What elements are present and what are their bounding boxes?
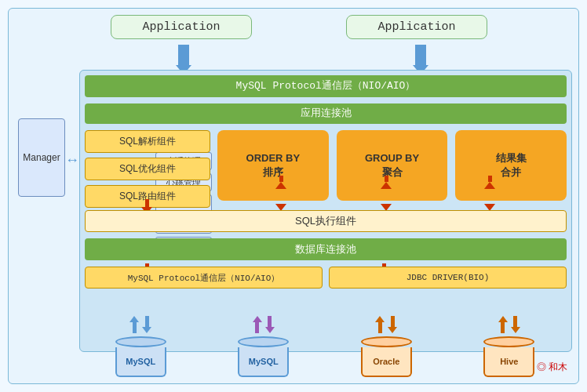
- db-pool-bar: 数据库连接池: [85, 238, 567, 260]
- bottom-proto-right: JDBC DRIVER(BIO): [329, 267, 567, 289]
- orange-boxes: ORDER BY 排序 GROUP BY 聚合 结果集 合并: [217, 130, 567, 201]
- oracle-cylinder: Oracle: [361, 336, 412, 377]
- mysql2-group: MySQL: [238, 316, 289, 377]
- sql-optimize: SQL优化组件: [85, 158, 210, 180]
- mysql1-group: MySQL: [115, 316, 166, 377]
- result-merge-box: 结果集 合并: [455, 130, 567, 201]
- sql-parse: SQL解析组件: [85, 130, 210, 153]
- bottom-protocols: MySQL Protocol通信层（NIO/AIO） JDBC DRIVER(B…: [85, 267, 567, 289]
- bottom-proto-left: MySQL Protocol通信层（NIO/AIO）: [85, 267, 323, 289]
- connection-pool-bar: 应用连接池: [85, 103, 567, 124]
- oracle-group: Oracle: [361, 316, 412, 377]
- watermark: ◎ 和木: [537, 361, 567, 374]
- manager-arrow: ↔: [65, 152, 79, 169]
- db-cylinders: MySQL MySQL: [79, 316, 571, 377]
- app-box-right: Application: [346, 15, 487, 39]
- hive-group: Hive: [483, 316, 534, 377]
- main-diagram: Application Application MySQL Protocol通信…: [8, 8, 579, 384]
- order-by-box: ORDER BY 排序: [217, 130, 329, 201]
- sql-execute-bar: SQL执行组件: [85, 210, 567, 232]
- mysql1-cylinder: MySQL: [115, 336, 166, 377]
- protocol-bar: MySQL Protocol通信层（NIO/AIO）: [85, 75, 567, 97]
- manager-box: Manager: [18, 118, 65, 197]
- app-box-left: Application: [111, 15, 252, 39]
- inner-container: MySQL Protocol通信层（NIO/AIO） 应用连接池 监控&管理 会…: [79, 70, 572, 352]
- hive-cylinder: Hive: [483, 336, 534, 377]
- mysql2-cylinder: MySQL: [238, 336, 289, 377]
- group-by-box: GROUP BY 聚合: [337, 130, 448, 201]
